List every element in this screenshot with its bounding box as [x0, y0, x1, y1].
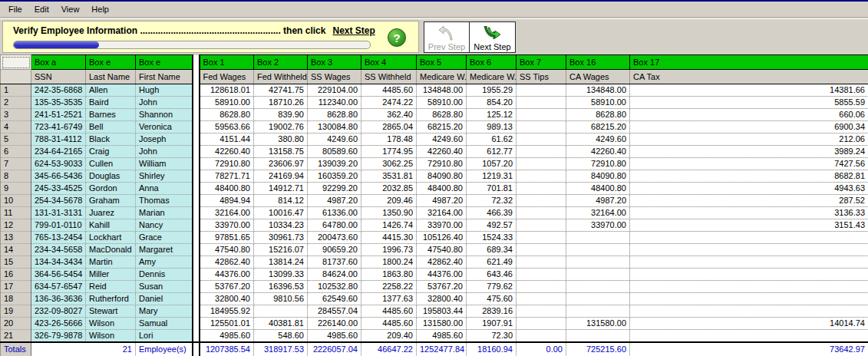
cell-ss-wages[interactable]: 80589.60	[308, 146, 361, 158]
cell-ss-tips[interactable]	[517, 305, 566, 318]
cell-ca-tax[interactable]: 14381.66	[630, 84, 868, 97]
row-number[interactable]: 8	[1, 170, 31, 183]
cell-medicare-wages[interactable]: 47540.80	[417, 244, 467, 256]
cell-ss-withheld[interactable]: 1863.80	[361, 269, 417, 281]
cell-medicare-wages[interactable]: 8628.80	[417, 109, 467, 121]
cell-ss-wages[interactable]: 61336.00	[308, 207, 361, 219]
cell-ss-tips[interactable]	[517, 207, 566, 219]
cell-last-name[interactable]: MacDonald	[86, 244, 136, 256]
cell-ca-tax[interactable]: 5855.59	[630, 97, 868, 109]
row-number[interactable]: 6	[1, 146, 31, 158]
cell-ca-wages[interactable]: 58910.00	[566, 97, 630, 109]
cell-fed-wages[interactable]: 42862.40	[200, 256, 254, 269]
cell-ssn[interactable]: 624-53-9033	[31, 158, 86, 170]
row-number[interactable]: 11	[1, 207, 31, 219]
cell-ss-tips[interactable]	[517, 281, 566, 293]
cell-ss-tips[interactable]	[517, 158, 566, 170]
cell-ssn[interactable]: 423-26-5666	[31, 318, 86, 330]
cell-medicare-wages[interactable]: 32800.40	[417, 293, 467, 305]
cell-ca-wages[interactable]: 4987.20	[566, 195, 630, 207]
cell-fed-wages[interactable]: 72910.80	[200, 158, 254, 170]
cell-medicare-wages[interactable]: 58910.00	[417, 97, 467, 109]
cell-fed-wages[interactable]: 48400.80	[200, 183, 254, 195]
cell-first-name[interactable]: Marian	[136, 207, 193, 219]
cell-last-name[interactable]: Bell	[86, 121, 136, 134]
cell-medicare-withheld[interactable]: 72.32	[467, 195, 517, 207]
row-number[interactable]: 4	[1, 121, 31, 134]
row-number[interactable]: 18	[1, 293, 31, 305]
row-number[interactable]: 5	[1, 134, 31, 146]
cell-ss-wages[interactable]: 102532.80	[308, 281, 361, 293]
cell-medicare-wages[interactable]: 195803.44	[417, 305, 467, 318]
cell-ca-tax[interactable]: 3989.24	[630, 146, 868, 158]
cell-fed-wages[interactable]: 32800.40	[200, 293, 254, 305]
cell-ssn[interactable]: 254-34-5678	[31, 195, 86, 207]
cell-fed-withheld[interactable]: 10016.47	[254, 207, 308, 219]
cell-ssn[interactable]: 241-51-2521	[31, 109, 86, 121]
cell-ss-wages[interactable]: 112340.00	[308, 97, 361, 109]
cell-fed-withheld[interactable]: 839.90	[254, 109, 308, 121]
cell-fed-withheld[interactable]: 548.60	[254, 330, 308, 343]
cell-first-name[interactable]: Mary	[136, 305, 193, 318]
cell-ss-tips[interactable]	[517, 293, 566, 305]
cell-fed-withheld[interactable]: 24169.94	[254, 170, 308, 183]
cell-medicare-withheld[interactable]: 492.57	[467, 219, 517, 232]
cell-fed-withheld[interactable]: 18710.26	[254, 97, 308, 109]
cell-last-name[interactable]: Stewart	[86, 305, 136, 318]
row-number[interactable]: 1	[1, 84, 31, 97]
cell-fed-withheld[interactable]: 16396.53	[254, 281, 308, 293]
cell-medicare-withheld[interactable]: 643.46	[467, 269, 517, 281]
cell-ss-withheld[interactable]: 2032.85	[361, 183, 417, 195]
cell-ss-wages[interactable]: 92299.20	[308, 183, 361, 195]
cell-first-name[interactable]: Veronica	[136, 121, 193, 134]
cell-fed-withheld[interactable]: 10334.23	[254, 219, 308, 232]
cell-ss-wages[interactable]: 4249.60	[308, 134, 361, 146]
cell-ssn[interactable]: 345-66-5436	[31, 170, 86, 183]
cell-medicare-withheld[interactable]: 1955.29	[467, 84, 517, 97]
cell-first-name[interactable]: Margaret	[136, 244, 193, 256]
cell-last-name[interactable]: Baird	[86, 97, 136, 109]
menu-edit[interactable]: Edit	[28, 3, 55, 15]
cell-first-name[interactable]: Thomas	[136, 195, 193, 207]
cell-first-name[interactable]: Grace	[136, 232, 193, 244]
cell-fed-wages[interactable]: 4151.44	[200, 134, 254, 146]
prev-step-button[interactable]: Prev Step	[424, 21, 470, 53]
cell-ss-tips[interactable]	[517, 134, 566, 146]
cell-ca-wages[interactable]: 84090.80	[566, 170, 630, 183]
cell-ca-tax[interactable]: 287.52	[630, 195, 868, 207]
cell-last-name[interactable]: Wilson	[86, 318, 136, 330]
cell-ca-wages[interactable]: 33970.00	[566, 219, 630, 232]
cell-first-name[interactable]: Daniel	[136, 293, 193, 305]
cell-medicare-withheld[interactable]: 989.13	[467, 121, 517, 134]
cell-fed-withheld[interactable]: 23606.97	[254, 158, 308, 170]
row-number[interactable]: 12	[1, 219, 31, 232]
cell-ss-withheld[interactable]: 1377.63	[361, 293, 417, 305]
cell-first-name[interactable]: Amy	[136, 256, 193, 269]
cell-fed-wages[interactable]: 59563.66	[200, 121, 254, 134]
cell-ca-tax[interactable]: 660.06	[630, 109, 868, 121]
cell-ss-tips[interactable]	[517, 84, 566, 97]
cell-ca-tax[interactable]: 8682.81	[630, 170, 868, 183]
cell-fed-wages[interactable]: 58910.00	[200, 97, 254, 109]
cell-last-name[interactable]: Allen	[86, 84, 136, 97]
cell-ca-tax[interactable]	[630, 293, 868, 305]
cell-last-name[interactable]: Wilson	[86, 330, 136, 343]
cell-ca-tax[interactable]: 14014.74	[630, 318, 868, 330]
cell-ca-tax[interactable]: 3151.43	[630, 219, 868, 232]
cell-ssn[interactable]: 364-56-5454	[31, 269, 86, 281]
cell-medicare-withheld[interactable]: 1524.33	[467, 232, 517, 244]
cell-ss-withheld[interactable]: 4485.60	[361, 305, 417, 318]
cell-ss-withheld[interactable]: 209.40	[361, 330, 417, 343]
cell-first-name[interactable]: Anna	[136, 183, 193, 195]
cell-medicare-wages[interactable]: 84090.80	[417, 170, 467, 183]
cell-ss-wages[interactable]: 62549.60	[308, 293, 361, 305]
cell-last-name[interactable]: Graham	[86, 195, 136, 207]
cell-fed-wages[interactable]: 4985.60	[200, 330, 254, 343]
cell-ca-wages[interactable]	[566, 330, 630, 343]
cell-ss-wages[interactable]: 139039.20	[308, 158, 361, 170]
cell-ss-tips[interactable]	[517, 121, 566, 134]
cell-ca-wages[interactable]	[566, 232, 630, 244]
cell-last-name[interactable]: Rutherford	[86, 293, 136, 305]
cell-first-name[interactable]: Lori	[136, 330, 193, 343]
cell-ss-tips[interactable]	[517, 256, 566, 269]
